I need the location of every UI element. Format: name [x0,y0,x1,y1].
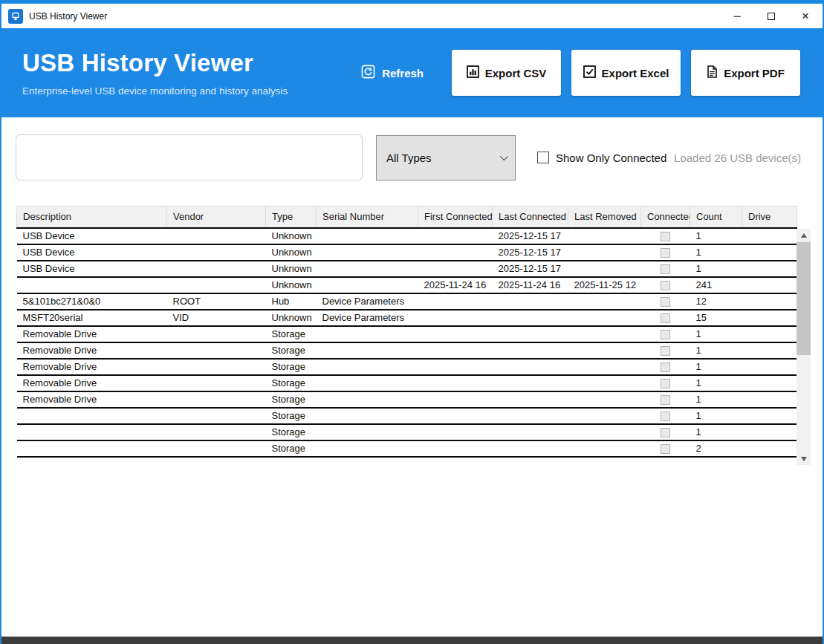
scroll-up-button[interactable] [797,229,811,241]
app-header: USB History Viewer Enterprise-level USB … [1,28,823,117]
show-only-connected-checkbox[interactable] [537,152,549,163]
cell-description: Removable Drive [17,375,167,391]
column-header-type[interactable]: Type [266,206,317,228]
column-header-count[interactable]: Count [690,206,742,228]
connected-checkbox[interactable] [661,264,670,274]
cell-drive [742,293,797,310]
scrollbar-thumb[interactable] [797,242,811,355]
cell-vendor [167,228,266,244]
scrollbar-track[interactable] [797,241,811,452]
cell-last_connected [493,375,568,391]
cell-description: Removable Drive [17,359,167,375]
export-pdf-button[interactable]: Export PDF [691,50,800,96]
connected-checkbox[interactable] [661,428,670,438]
cell-description [17,408,167,424]
export-csv-button[interactable]: Export CSV [452,50,561,96]
cell-description: USB Device [17,261,167,277]
close-button[interactable]: × [788,4,823,28]
cell-serial [317,261,418,277]
column-header-connected[interactable]: Connected [641,206,690,228]
cell-vendor [167,359,266,375]
table-row[interactable]: USB DeviceUnknown2025-12-15 171 [17,244,797,261]
maximize-button[interactable] [754,4,788,28]
table-row[interactable]: Storage2 [17,440,797,457]
cell-serial [317,359,418,375]
cell-description [17,440,167,457]
cell-last_removed [568,359,641,375]
vertical-scrollbar[interactable] [797,229,811,465]
cell-count: 1 [690,244,742,261]
table-row[interactable]: Storage1 [17,408,797,424]
connected-checkbox[interactable] [661,248,670,258]
scroll-down-button[interactable] [797,452,811,465]
cell-serial [317,342,418,359]
cell-serial [317,424,418,440]
cell-first_connected: 2025-11-24 16 [418,277,493,293]
cell-drive [742,228,797,244]
table-row[interactable]: Unknown2025-11-24 162025-11-24 162025-11… [17,277,797,293]
column-header-vendor[interactable]: Vendor [167,206,266,228]
cell-last_removed: 2025-11-25 12 [568,277,641,293]
connected-checkbox[interactable] [661,313,670,323]
cell-connected [641,375,690,391]
table-row[interactable]: Removable DriveStorage1 [17,391,797,408]
column-header-first-connected[interactable]: First Connected [418,206,493,228]
cell-drive [742,326,797,342]
table-row[interactable]: 5&101bc271&0&0ROOTHubDevice Parameters12 [17,293,797,310]
cell-vendor [167,424,266,440]
export-excel-button[interactable]: Export Excel [571,50,681,96]
cell-connected [641,293,690,310]
column-header-serial-number[interactable]: Serial Number [317,206,418,228]
document-icon [707,65,718,80]
cell-vendor [167,440,266,457]
connected-checkbox[interactable] [661,395,670,405]
refresh-button[interactable]: Refresh [357,64,428,82]
connected-checkbox[interactable] [661,379,670,388]
cell-count: 1 [690,391,742,408]
connected-checkbox[interactable] [661,444,670,454]
table-row[interactable]: MSFT20serialVIDUnknownDevice Parameters1… [17,310,797,326]
cell-drive [742,424,797,440]
chevron-down-icon [500,152,508,160]
cell-last_removed [568,326,641,342]
connected-checkbox[interactable] [661,330,670,339]
cell-drive [742,261,797,277]
column-header-last-connected[interactable]: Last Connected [493,206,568,228]
table-row[interactable]: Storage1 [17,424,797,440]
cell-type: Storage [266,408,317,424]
column-header-drive[interactable]: Drive [742,206,797,228]
connected-checkbox[interactable] [661,412,670,421]
table-row[interactable]: Removable DriveStorage1 [17,342,797,359]
cell-drive [742,375,797,391]
connected-checkbox[interactable] [661,232,670,241]
table-row[interactable]: USB DeviceUnknown2025-12-15 171 [17,228,797,244]
cell-drive [742,244,797,261]
minimize-button[interactable]: ─ [720,4,754,28]
cell-first_connected [418,244,493,261]
type-filter-dropdown[interactable]: All Types [376,135,516,180]
bar-chart-icon [467,65,479,80]
table-row[interactable]: USB DeviceUnknown2025-12-15 171 [17,261,797,277]
cell-last_removed [568,244,641,261]
table-row[interactable]: Removable DriveStorage1 [17,359,797,375]
table-row[interactable]: Removable DriveStorage1 [17,326,797,342]
cell-last_removed [568,391,641,408]
cell-type: Storage [266,359,317,375]
cell-vendor [167,277,266,293]
cell-serial [317,326,418,342]
cell-vendor [167,342,266,359]
cell-count: 1 [690,261,742,277]
connected-checkbox[interactable] [661,346,670,356]
cell-last_removed [568,261,641,277]
cell-first_connected [418,326,493,342]
triangle-up-icon [801,233,807,238]
table-row[interactable]: Removable DriveStorage1 [17,375,797,391]
connected-checkbox[interactable] [661,297,670,307]
connected-checkbox[interactable] [661,362,670,372]
column-header-description[interactable]: Description [17,206,167,228]
show-only-connected-filter[interactable]: Show Only Connected [537,152,666,164]
search-input[interactable] [16,134,363,180]
cell-vendor [167,261,266,277]
connected-checkbox[interactable] [661,281,670,290]
column-header-last-removed[interactable]: Last Removed [568,206,641,228]
